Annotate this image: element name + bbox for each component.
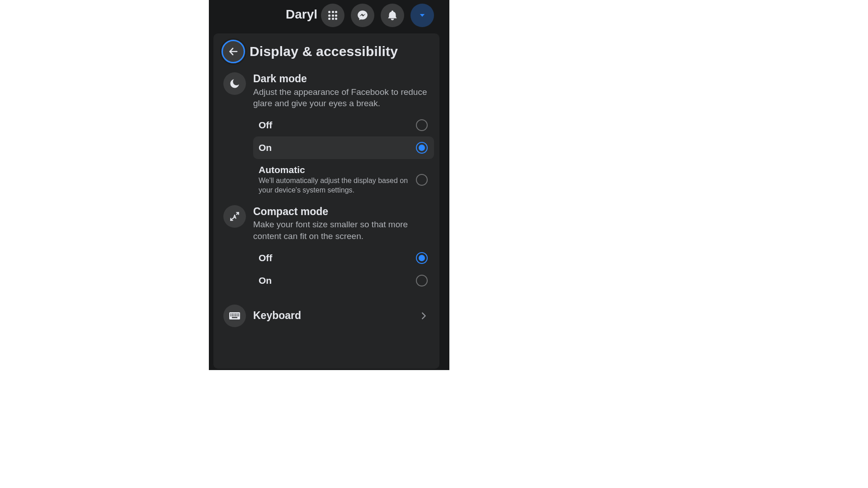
dark-mode-options: Off On Automatic We'll automatically adj… (223, 114, 435, 201)
option-label: Automatic (259, 164, 411, 175)
svg-rect-5 (235, 314, 236, 314)
dark-mode-option-on[interactable]: On (253, 136, 434, 159)
menu-button[interactable] (321, 4, 344, 27)
dark-mode-title: Dark mode (253, 72, 435, 85)
svg-rect-6 (237, 314, 238, 314)
topbar-nav (321, 4, 434, 27)
radio-icon (416, 142, 428, 154)
svg-rect-8 (231, 315, 231, 316)
account-caret-icon (418, 11, 426, 19)
radio-icon (416, 252, 428, 264)
keyboard-icon-wrap (223, 305, 246, 327)
dark-mode-icon-wrap (223, 72, 246, 95)
messenger-icon (357, 9, 368, 21)
svg-rect-13 (238, 315, 239, 316)
account-menu-button[interactable] (410, 4, 434, 27)
nav-keyboard[interactable]: Keyboard (223, 300, 435, 332)
notifications-button[interactable] (381, 4, 404, 27)
radio-icon (416, 119, 428, 131)
back-button[interactable] (222, 40, 245, 63)
option-label: Off (259, 253, 411, 263)
section-dark-mode: Dark mode Adjust the appearance of Faceb… (213, 69, 439, 203)
svg-rect-4 (234, 314, 235, 314)
panel-header: Display & accessibility (213, 37, 439, 69)
dark-mode-option-automatic[interactable]: Automatic We'll automatically adjust the… (253, 159, 434, 201)
option-label: On (259, 142, 411, 153)
radio-icon (416, 174, 428, 186)
svg-rect-3 (232, 314, 233, 314)
menu-grid-icon (327, 10, 338, 21)
nav-keyboard-title: Keyboard (253, 309, 301, 322)
compact-mode-icon-wrap (223, 205, 246, 228)
compact-mode-option-on[interactable]: On (253, 269, 434, 292)
svg-rect-11 (235, 315, 236, 316)
moon-icon (229, 78, 241, 89)
svg-rect-14 (232, 317, 237, 318)
bell-icon (387, 9, 398, 21)
app-frame: Daryl Display & accessibility (209, 0, 449, 370)
topbar: Daryl (209, 0, 449, 33)
chevron-right-icon (419, 311, 429, 321)
compact-icon (229, 211, 241, 222)
compact-mode-title: Compact mode (253, 205, 435, 218)
panel-title: Display & accessibility (250, 44, 398, 59)
arrow-left-icon (228, 46, 239, 57)
svg-rect-10 (234, 315, 235, 316)
settings-panel: Display & accessibility Dark mode Adjust… (213, 33, 439, 369)
dark-mode-option-off[interactable]: Off (253, 114, 434, 136)
compact-mode-desc: Make your font size smaller so that more… (253, 219, 435, 242)
radio-icon (416, 275, 428, 286)
dark-mode-desc: Adjust the appearance of Facebook to red… (253, 86, 435, 109)
option-label: Off (259, 120, 411, 131)
compact-mode-options: Off On (223, 247, 435, 292)
messenger-button[interactable] (351, 4, 374, 27)
option-label: On (259, 275, 411, 286)
keyboard-icon (229, 311, 241, 320)
svg-rect-7 (238, 314, 239, 314)
user-name[interactable]: Daryl (286, 7, 317, 22)
compact-mode-option-off[interactable]: Off (253, 247, 434, 269)
svg-rect-12 (237, 315, 238, 316)
option-desc: We'll automatically adjust the display b… (259, 176, 411, 195)
svg-rect-9 (232, 315, 233, 316)
section-compact-mode: Compact mode Make your font size smaller… (213, 203, 439, 295)
svg-rect-2 (231, 314, 231, 314)
